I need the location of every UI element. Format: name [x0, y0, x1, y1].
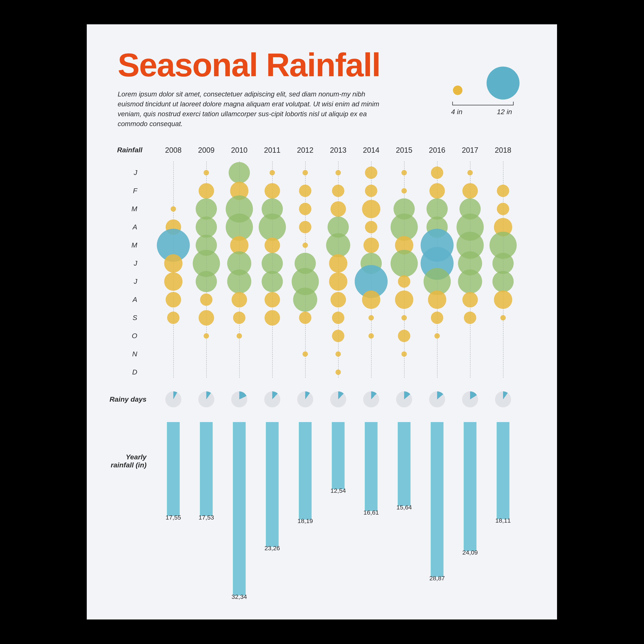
rainfall-bubble: [332, 312, 344, 324]
rainfall-bubble: [462, 183, 478, 199]
yearly-rainfall-value: 15,64: [390, 504, 419, 511]
rainfall-bubble: [164, 254, 183, 273]
rainfall-bubble: [204, 170, 209, 175]
rainfall-bubble: [335, 170, 341, 175]
month-label: M: [127, 205, 137, 213]
yearly-rainfall-bar: [431, 422, 443, 577]
year-label: 2014: [359, 146, 384, 155]
rainfall-bubble: [199, 310, 214, 326]
infographic-page: Seasonal Rainfall Lorem ipsum dolor sit …: [87, 24, 557, 619]
rainfall-bubble: [270, 170, 275, 175]
month-label: S: [127, 314, 137, 322]
rainfall-bubble: [262, 271, 283, 292]
rainy-days-pie: [429, 391, 445, 407]
year-label: 2011: [260, 146, 285, 155]
rainy-days-label: Rainy days: [105, 395, 147, 403]
yearly-rainfall-value: 18,11: [489, 517, 517, 524]
year-label: 2008: [161, 146, 186, 155]
month-label: A: [127, 296, 137, 304]
description-text: Lorem ipsum dolor sit amet, consectetuer…: [118, 89, 392, 129]
year-label: 2013: [326, 146, 351, 155]
yearly-rainfall-bar: [464, 422, 476, 551]
rainfall-bubble: [259, 213, 286, 241]
rainy-days-pie: [396, 391, 412, 407]
chart-area: Rainfall20082009201020112012201320142015…: [87, 146, 557, 610]
rainfall-bubble: [329, 254, 347, 273]
year-label: 2018: [491, 146, 515, 155]
yearly-rainfall-value: 32,34: [225, 593, 254, 600]
rainfall-bubble: [365, 185, 377, 197]
yearly-rainfall-bar: [497, 422, 509, 519]
rainfall-bubble: [332, 330, 344, 342]
rainfall-bubble: [265, 183, 280, 199]
rainfall-bubble: [368, 315, 374, 320]
rainfall-bubble: [401, 315, 407, 320]
rainfall-bubble: [500, 315, 506, 320]
rainfall-bubble: [299, 185, 311, 197]
rainy-days-pie: [363, 391, 379, 407]
yearly-rainfall-value: 17,53: [192, 514, 221, 521]
rainfall-bubble: [398, 275, 410, 288]
rainy-days-pie: [495, 391, 511, 407]
rainfall-bubble: [467, 170, 473, 175]
rainfall-bubble: [401, 188, 407, 194]
rainy-days-pie: [462, 391, 478, 407]
rainfall-bubble: [229, 162, 250, 183]
yearly-rainfall-bar: [398, 422, 411, 506]
yearly-rainfall-bar: [200, 422, 213, 516]
rainfall-bubble: [199, 183, 214, 199]
rainfall-bubble: [365, 221, 377, 233]
rainfall-bubble: [434, 333, 440, 339]
rainfall-bubble: [431, 312, 443, 324]
month-label: O: [127, 332, 137, 340]
rainfall-bubble: [232, 292, 247, 307]
year-label: 2012: [293, 146, 318, 155]
rainfall-bubble: [362, 291, 380, 309]
legend-bracket-icon: [453, 102, 513, 105]
month-label: J: [127, 277, 137, 285]
rainfall-bubble: [331, 292, 346, 307]
rainfall-bubble: [362, 200, 380, 218]
month-label: D: [127, 368, 137, 376]
legend-small-bubble-icon: [453, 86, 462, 95]
rainy-days-pie: [330, 391, 346, 407]
yearly-rainfall-value: 16,61: [357, 509, 386, 516]
month-label: F: [127, 187, 137, 195]
month-label: J: [127, 169, 137, 177]
rainfall-bubble: [401, 351, 407, 357]
yearly-rainfall-label: Yearly rainfall (in): [99, 453, 147, 469]
legend-large-bubble-icon: [487, 67, 520, 100]
rainy-days-pie: [264, 391, 280, 407]
year-label: 2015: [392, 146, 416, 155]
axis-title-rainfall: Rainfall: [109, 146, 142, 154]
rainfall-bubble: [329, 272, 347, 291]
yearly-rainfall-bar: [332, 422, 345, 489]
rainfall-bubble: [331, 201, 346, 217]
rainfall-bubble: [391, 250, 418, 277]
rainfall-bubble: [464, 312, 476, 324]
bubble-size-legend: 4 in 12 in: [441, 66, 528, 119]
rainfall-bubble: [458, 269, 482, 293]
rainfall-bubble: [303, 243, 308, 248]
rainy-days-pie: [165, 391, 181, 407]
yearly-rainfall-value: 23,26: [258, 545, 287, 552]
rainfall-bubble: [364, 238, 379, 253]
rainfall-bubble: [196, 271, 217, 292]
yearly-rainfall-value: 28,87: [423, 575, 452, 582]
rainfall-bubble: [398, 330, 410, 342]
legend-min-label: 4 in: [451, 108, 462, 116]
rainfall-bubble: [265, 292, 280, 307]
yearly-rainfall-value: 18,19: [291, 517, 320, 524]
rainfall-bubble: [395, 291, 413, 309]
rainfall-bubble: [293, 287, 317, 312]
month-label: J: [127, 259, 137, 267]
rainfall-bubble: [497, 185, 509, 197]
rainfall-bubble: [368, 333, 374, 339]
yearly-rainfall-bar: [299, 422, 312, 520]
rainy-days-pie: [231, 391, 247, 407]
rainfall-bubble: [299, 221, 311, 233]
rainfall-bubble: [227, 269, 251, 293]
rainfall-bubble: [166, 292, 181, 307]
rainfall-bubble: [497, 203, 509, 215]
rainfall-bubble: [365, 167, 377, 179]
